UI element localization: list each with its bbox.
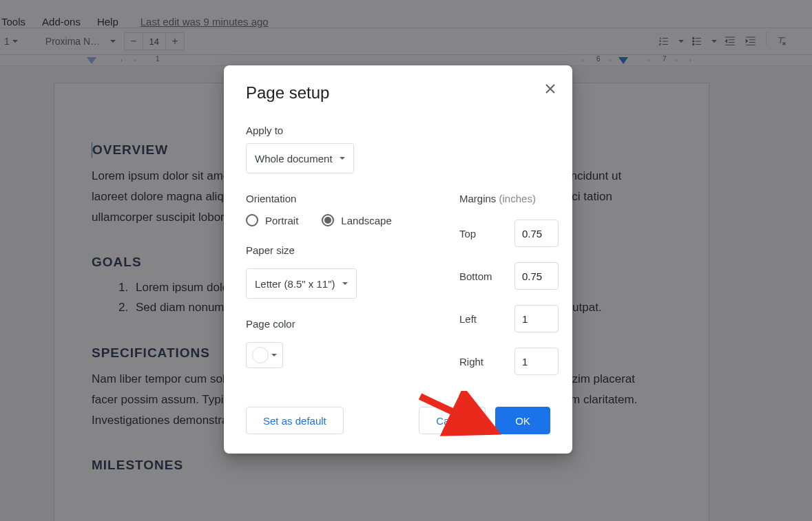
paper-size-value: Letter (8.5" x 11"): [255, 278, 335, 290]
ok-button[interactable]: OK: [495, 407, 550, 434]
margin-left-label: Left: [459, 313, 501, 325]
margin-right-label: Right: [459, 356, 501, 368]
chevron-down-icon: [340, 157, 345, 160]
orientation-portrait-radio[interactable]: Portrait: [246, 214, 298, 226]
radio-icon: [322, 214, 334, 226]
margin-bottom-label: Bottom: [459, 270, 501, 282]
close-button[interactable]: [541, 79, 560, 98]
margin-top-label: Top: [459, 228, 501, 240]
margin-top-input[interactable]: [514, 220, 559, 247]
dialog-title: Page setup: [246, 83, 550, 103]
orientation-label: Orientation: [246, 193, 452, 204]
orientation-landscape-label: Landscape: [341, 215, 391, 226]
orientation-portrait-label: Portrait: [265, 215, 298, 226]
set-default-button[interactable]: Set as default: [246, 407, 344, 434]
page-setup-dialog: Page setup Apply to Whole document Orien…: [224, 65, 572, 454]
margin-bottom-input[interactable]: [514, 262, 559, 290]
chevron-down-icon: [271, 354, 277, 357]
radio-icon: [246, 214, 258, 226]
chevron-down-icon: [342, 282, 348, 285]
margins-label: Margins (inches): [459, 193, 559, 204]
color-swatch-icon: [252, 347, 269, 363]
apply-to-dropdown[interactable]: Whole document: [246, 143, 354, 173]
margin-left-input[interactable]: [514, 305, 559, 332]
page-color-label: Page color: [246, 318, 452, 330]
close-icon: [545, 83, 556, 94]
orientation-landscape-radio[interactable]: Landscape: [322, 214, 391, 226]
apply-to-label: Apply to: [246, 125, 550, 136]
paper-size-dropdown[interactable]: Letter (8.5" x 11"): [246, 268, 357, 299]
paper-size-label: Paper size: [246, 244, 452, 256]
margin-right-input[interactable]: [514, 348, 559, 375]
page-color-dropdown[interactable]: [246, 342, 283, 368]
apply-to-value: Whole document: [255, 153, 333, 164]
cancel-button[interactable]: Cancel: [419, 407, 486, 434]
